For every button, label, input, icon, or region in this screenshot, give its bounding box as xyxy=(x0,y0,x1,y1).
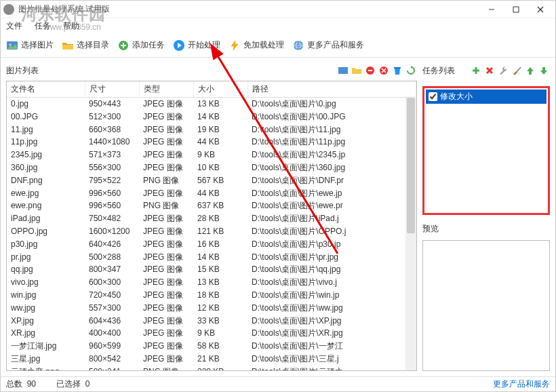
table-row[interactable]: ww.jpg557×300JPEG 图像12 KBD:\tools\桌面\图片\… xyxy=(7,302,416,315)
table-row[interactable]: iPad.jpg750×482JPEG 图像28 KBD:\tools\桌面\图… xyxy=(7,212,416,225)
table-row[interactable]: 云顶之弈.png500×241PNG 图像220 KBD:\tools\桌面\图… xyxy=(7,366,416,371)
table-row[interactable]: 11.jpg660×368JPEG 图像19 KBD:\tools\桌面\图片\… xyxy=(7,123,416,136)
image-icon xyxy=(6,39,18,52)
svg-rect-1 xyxy=(513,7,519,12)
menu-task[interactable]: 任务 xyxy=(35,20,51,32)
table-row[interactable]: XR.jpg400×400JPEG 图像9 KBD:\tools\桌面\图片\X… xyxy=(7,327,416,340)
col-filename[interactable]: 文件名 xyxy=(7,81,85,98)
maximize-button[interactable] xyxy=(504,1,528,18)
no-load-process-label: 免加载处理 xyxy=(243,39,284,51)
add-task-label: 添加任务 xyxy=(132,39,165,51)
select-image-label: 选择图片 xyxy=(21,39,54,51)
select-folder-button[interactable]: 选择目录 xyxy=(62,39,109,52)
start-process-button[interactable]: 开始处理 xyxy=(173,39,220,52)
table-row[interactable]: p30.jpg640×426JPEG 图像16 KBD:\tools\桌面\图片… xyxy=(7,238,416,251)
svg-rect-14 xyxy=(338,67,348,74)
total-label: 总数 xyxy=(6,379,22,389)
table-row[interactable]: win.jpg720×450JPEG 图像18 KBD:\tools\桌面\图片… xyxy=(7,289,416,302)
task-remove-icon[interactable] xyxy=(483,64,496,77)
col-filesize[interactable]: 大小 xyxy=(193,81,247,98)
remove-icon[interactable] xyxy=(364,64,376,77)
table-row[interactable]: vivo.jpg600×300JPEG 图像13 KBD:\tools\桌面\图… xyxy=(7,276,416,289)
table-row[interactable]: 0.jpg950×443JPEG 图像13 KBD:\tools\桌面\图片\0… xyxy=(7,98,416,111)
selected-value: 0 xyxy=(85,379,90,389)
folder-icon xyxy=(62,39,74,52)
table-row[interactable]: DNF.png795×522PNG 图像567 KBD:\tools\桌面\图片… xyxy=(7,174,416,187)
total-value: 90 xyxy=(27,379,36,389)
task-add-icon[interactable] xyxy=(470,64,482,77)
menu-file[interactable]: 文件 xyxy=(6,20,22,32)
start-process-label: 开始处理 xyxy=(188,39,220,51)
table-row[interactable]: OPPO.jpg1600×1200JPEG 图像121 KBD:\tools\桌… xyxy=(7,225,416,238)
table-row[interactable]: 2345.jpg571×373JPEG 图像9 KBD:\tools\桌面\图片… xyxy=(7,149,416,161)
menu-help[interactable]: 帮助 xyxy=(63,20,79,32)
table-row[interactable]: qq.jpg800×347JPEG 图像15 KBD:\tools\桌面\图片\… xyxy=(7,263,416,276)
no-load-process-button[interactable]: 免加载处理 xyxy=(229,39,284,52)
table-row[interactable]: 一梦江湖.jpg960×599JPEG 图像58 KBD:\tools\桌面\图… xyxy=(7,340,416,353)
task-item-label: 修改大小 xyxy=(440,91,473,102)
more-products-label: 更多产品和服务 xyxy=(307,39,364,51)
more-products-button[interactable]: 更多产品和服务 xyxy=(292,39,364,52)
preview-label: 预览 xyxy=(422,223,550,235)
image-list-toolbar xyxy=(337,64,417,77)
lightning-icon xyxy=(229,39,241,52)
col-size[interactable]: 尺寸 xyxy=(85,81,139,98)
thumb-icon[interactable] xyxy=(337,64,349,77)
task-list-panel: 修改大小 xyxy=(422,86,550,215)
task-checkbox[interactable] xyxy=(429,92,437,101)
play-icon xyxy=(173,39,185,52)
statusbar: 总数 90 已选择 0 更多产品和服务 xyxy=(1,376,555,391)
recycle-icon[interactable] xyxy=(391,64,403,77)
table-row[interactable]: 00.JPG512×300JPEG 图像14 KBD:\tools\桌面\图片\… xyxy=(7,111,416,123)
task-list-label: 任务列表 xyxy=(422,65,455,77)
table-scrollbar[interactable] xyxy=(405,96,416,370)
folder-add-icon[interactable] xyxy=(351,64,363,77)
table-row[interactable]: ewe.jpg996×560JPEG 图像44 KBD:\tools\桌面\图片… xyxy=(7,187,416,200)
table-row[interactable]: XP.jpg604×436JPEG 图像33 KBD:\tools\桌面\图片\… xyxy=(7,315,416,328)
close-button[interactable] xyxy=(528,1,553,18)
table-row[interactable]: 11p.jpg1440×1080JPEG 图像44 KBD:\tools\桌面\… xyxy=(7,136,416,149)
table-row[interactable]: pr.jpg500×288JPEG 图像14 KBD:\tools\桌面\图片\… xyxy=(7,251,416,264)
task-item-resize[interactable]: 修改大小 xyxy=(426,90,547,104)
clear-icon[interactable] xyxy=(378,64,390,77)
more-products-link[interactable]: 更多产品和服务 xyxy=(493,378,550,390)
add-task-button[interactable]: 添加任务 xyxy=(117,39,165,52)
minimize-button[interactable] xyxy=(479,1,504,18)
preview-box xyxy=(422,240,550,371)
col-path[interactable]: 路径 xyxy=(247,81,416,98)
titlebar: 图片批量处理系统 试用版 xyxy=(1,1,555,18)
table-row[interactable]: 360.jpg556×300JPEG 图像10 KBD:\tools\桌面\图片… xyxy=(7,161,416,174)
svg-line-25 xyxy=(517,67,521,72)
task-down-icon[interactable] xyxy=(538,64,550,77)
globe-icon xyxy=(292,39,304,52)
select-folder-label: 选择目录 xyxy=(77,39,109,51)
task-brush-icon[interactable] xyxy=(511,64,523,77)
menubar: 文件 任务 帮助 xyxy=(1,18,555,33)
task-up-icon[interactable] xyxy=(524,64,536,77)
image-list-label: 图片列表 xyxy=(6,65,39,77)
task-toolbar xyxy=(470,64,550,77)
table-row[interactable]: ewe.png996×560PNG 图像637 KBD:\tools\桌面\图片… xyxy=(7,199,416,212)
selected-label: 已选择 xyxy=(56,379,81,389)
toolbar: 选择图片 选择目录 添加任务 开始处理 免加载处理 更多产品和服务 xyxy=(1,33,555,58)
col-type[interactable]: 类型 xyxy=(139,81,193,98)
plus-icon xyxy=(117,39,130,52)
app-icon xyxy=(3,4,14,15)
refresh-icon[interactable] xyxy=(405,64,417,77)
select-image-button[interactable]: 选择图片 xyxy=(6,39,54,52)
svg-rect-20 xyxy=(394,67,401,68)
window-title: 图片批量处理系统 试用版 xyxy=(18,3,110,15)
image-table[interactable]: 文件名 尺寸 类型 大小 路径 0.jpg950×443JPEG 图像13 KB… xyxy=(6,81,417,371)
table-row[interactable]: 三星.jpg800×542JPEG 图像21 KBD:\tools\桌面\图片\… xyxy=(7,353,416,366)
task-wrench-icon[interactable] xyxy=(497,64,509,77)
